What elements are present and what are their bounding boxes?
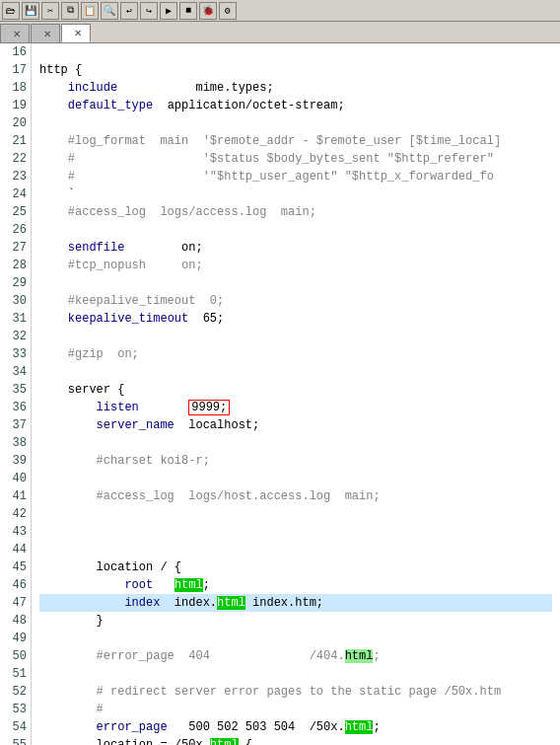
- code-line-18: include mime.types;: [39, 79, 552, 97]
- line-number-36: 36: [4, 399, 27, 416]
- line-number-23: 23: [4, 168, 27, 186]
- code-line-29: [39, 274, 552, 292]
- tab-server-xml[interactable]: ✕: [0, 24, 30, 42]
- tab-nginx-conf[interactable]: ✕: [61, 24, 91, 42]
- line-number-54: 54: [4, 718, 27, 736]
- code-line-40: [39, 470, 552, 487]
- code-line-19: default_type application/octet-stream;: [39, 97, 552, 114]
- line-number-55: 55: [4, 736, 27, 745]
- tab-close-server-xml[interactable]: ✕: [13, 29, 21, 39]
- line-number-26: 26: [4, 221, 27, 239]
- tab-close-repaircontroller[interactable]: ✕: [43, 29, 51, 39]
- line-number-38: 38: [4, 434, 27, 452]
- code-line-36: listen 9999;: [39, 399, 552, 416]
- line-number-27: 27: [4, 239, 27, 257]
- line-number-45: 45: [4, 559, 27, 576]
- toolbar-icon-paste[interactable]: 📋: [81, 2, 99, 20]
- code-line-46: root html;: [39, 576, 552, 594]
- code-line-17: http {: [39, 61, 552, 79]
- tab-close-nginx-conf[interactable]: ✕: [74, 28, 82, 38]
- line-number-42: 42: [4, 505, 27, 523]
- line-number-43: 43: [4, 523, 27, 541]
- code-line-49: [39, 630, 552, 647]
- code-line-16: [39, 43, 552, 61]
- code-line-39: #charset koi8-r;: [39, 452, 552, 470]
- line-number-52: 52: [4, 683, 27, 701]
- code-line-27: sendfile on;: [39, 239, 552, 257]
- code-line-47: index index.html index.htm;: [39, 594, 552, 612]
- line-number-30: 30: [4, 292, 27, 310]
- code-line-21: #log_format main '$remote_addr - $remote…: [39, 132, 552, 150]
- toolbar-icon-stop[interactable]: ■: [179, 2, 197, 20]
- line-number-37: 37: [4, 416, 27, 434]
- tab-bar: ✕ ✕ ✕: [0, 22, 560, 43]
- toolbar-icon-copy[interactable]: ⧉: [61, 2, 79, 20]
- toolbar-icon-debug[interactable]: 🐞: [199, 2, 217, 20]
- code-line-28: #tcp_nopush on;: [39, 257, 552, 274]
- line-number-39: 39: [4, 452, 27, 470]
- line-number-34: 34: [4, 363, 27, 381]
- line-number-49: 49: [4, 630, 27, 647]
- line-number-46: 46: [4, 576, 27, 594]
- line-number-47: 47: [4, 594, 27, 612]
- code-line-38: [39, 434, 552, 452]
- toolbar-icon-find[interactable]: 🔍: [101, 2, 118, 20]
- line-numbers: 1617181920212223242526272829303132333435…: [0, 43, 32, 745]
- code-line-34: [39, 363, 552, 381]
- line-number-18: 18: [4, 79, 27, 97]
- line-number-40: 40: [4, 470, 27, 487]
- code-line-31: keepalive_timeout 65;: [39, 310, 552, 328]
- line-number-16: 16: [4, 43, 27, 61]
- line-number-17: 17: [4, 61, 27, 79]
- toolbar-icon-save[interactable]: 💾: [22, 2, 39, 20]
- code-line-37: server_name localhost;: [39, 416, 552, 434]
- code-line-22: # '$status $body_bytes_sent "$http_refer…: [39, 150, 552, 168]
- code-content[interactable]: http { include mime.types; default_type …: [32, 43, 560, 745]
- code-line-26: [39, 221, 552, 239]
- line-number-25: 25: [4, 203, 27, 221]
- code-line-42: [39, 505, 552, 523]
- toolbar-icon-redo[interactable]: ↪: [140, 2, 158, 20]
- line-number-21: 21: [4, 132, 27, 150]
- code-line-30: #keepalive_timeout 0;: [39, 292, 552, 310]
- code-line-51: [39, 665, 552, 683]
- tab-repaircontroller[interactable]: ✕: [31, 24, 60, 42]
- line-number-44: 44: [4, 541, 27, 559]
- code-line-45: location / {: [39, 559, 552, 576]
- code-line-41: #access_log logs/host.access.log main;: [39, 487, 552, 505]
- line-number-48: 48: [4, 612, 27, 630]
- toolbar-icon-cut[interactable]: ✂: [41, 2, 59, 20]
- line-number-53: 53: [4, 701, 27, 718]
- line-number-24: 24: [4, 186, 27, 203]
- code-line-53: #: [39, 701, 552, 718]
- code-line-43: [39, 523, 552, 541]
- code-line-20: [39, 114, 552, 132]
- line-number-19: 19: [4, 97, 27, 114]
- line-number-50: 50: [4, 647, 27, 665]
- code-editor: 1617181920212223242526272829303132333435…: [0, 43, 560, 745]
- code-line-25: #access_log logs/access.log main;: [39, 203, 552, 221]
- line-number-51: 51: [4, 665, 27, 683]
- code-line-55: location = /50x.html {: [39, 736, 552, 745]
- code-line-52: # redirect server error pages to the sta…: [39, 683, 552, 701]
- code-line-44: [39, 541, 552, 559]
- line-number-28: 28: [4, 257, 27, 274]
- code-line-35: server {: [39, 381, 552, 399]
- line-number-29: 29: [4, 274, 27, 292]
- line-number-41: 41: [4, 487, 27, 505]
- code-line-33: #gzip on;: [39, 345, 552, 363]
- line-number-22: 22: [4, 150, 27, 168]
- code-line-24: `: [39, 186, 552, 203]
- code-line-50: #error_page 404 /404.html;: [39, 647, 552, 665]
- toolbar-icon-undo[interactable]: ↩: [120, 2, 138, 20]
- toolbar-icon-folder[interactable]: 🗁: [2, 2, 20, 20]
- toolbar-icon-settings[interactable]: ⚙: [219, 2, 237, 20]
- toolbar-icon-run[interactable]: ▶: [160, 2, 177, 20]
- code-line-32: [39, 328, 552, 345]
- toolbar: 🗁 💾 ✂ ⧉ 📋 🔍 ↩ ↪ ▶ ■ 🐞 ⚙: [0, 0, 560, 22]
- code-line-23: # '"$http_user_agent" "$http_x_forwarded…: [39, 168, 552, 186]
- code-line-48: }: [39, 612, 552, 630]
- line-number-32: 32: [4, 328, 27, 345]
- line-number-31: 31: [4, 310, 27, 328]
- line-number-33: 33: [4, 345, 27, 363]
